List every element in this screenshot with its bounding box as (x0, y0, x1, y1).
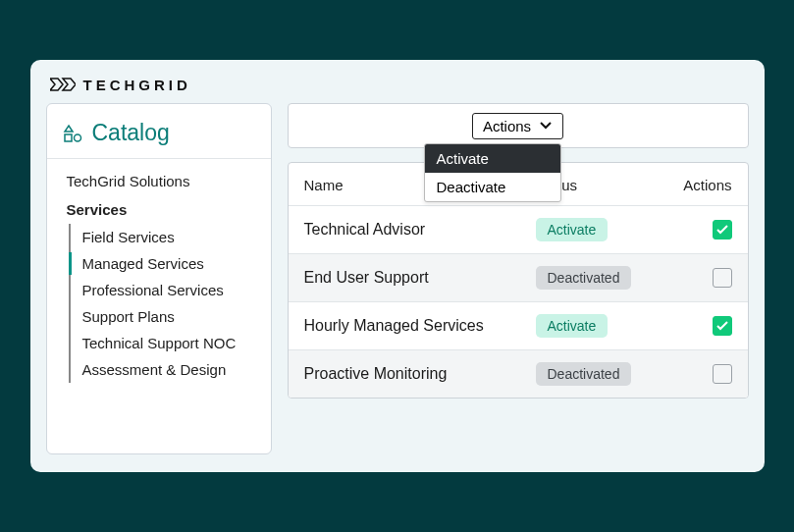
chevron-down-icon (539, 121, 553, 131)
svg-marker-0 (65, 126, 73, 132)
divider (47, 158, 271, 159)
row-status: Activate (536, 218, 663, 241)
dropdown-item-label: Activate (437, 150, 489, 167)
row-name: Hourly Managed Services (304, 317, 536, 335)
sidebar-sub-item[interactable]: Professional Services (71, 277, 271, 303)
sidebar-sub-item[interactable]: Support Plans (71, 303, 271, 330)
status-badge: Activate (536, 314, 609, 338)
row-name: Proactive Monitoring (304, 365, 536, 383)
sidebar-item-label: Support Plans (82, 308, 175, 325)
row-name: End User Support (304, 269, 536, 287)
sidebar-item-solutions[interactable]: TechGrid Solutions (47, 167, 271, 195)
brand-text: TECHGRID (83, 77, 191, 93)
actions-dropdown-menu: Activate Deactivate (424, 143, 561, 202)
status-badge: Deactivated (536, 266, 632, 290)
svg-rect-1 (65, 134, 72, 141)
status-badge: Deactivated (536, 362, 632, 386)
row-actions (663, 316, 732, 336)
sidebar-sub-item[interactable]: Technical Support NOC (71, 330, 271, 356)
sidebar-item-label: Field Services (82, 229, 175, 245)
sidebar-item-label: TechGrid Solutions (67, 173, 190, 189)
row-checkbox[interactable] (713, 268, 732, 288)
row-status: Deactivated (536, 266, 663, 290)
table-header-actions: Actions (663, 177, 732, 193)
sidebar-sub-item[interactable]: Assessment & Design (71, 356, 271, 383)
dropdown-item-deactivate[interactable]: Deactivate (425, 173, 560, 201)
row-name: Technical Advisor (304, 221, 536, 239)
shapes-icon (63, 124, 82, 143)
row-actions (663, 268, 732, 288)
sidebar-item-label: Managed Services (82, 255, 204, 272)
sidebar-item-label: Services (67, 201, 128, 218)
brand-logo: TECHGRID (46, 72, 749, 103)
row-actions (663, 364, 732, 384)
actions-dropdown-button[interactable]: Actions (472, 113, 563, 139)
sidebar-item-services[interactable]: Services (47, 195, 271, 224)
row-checkbox[interactable] (713, 316, 732, 336)
row-checkbox[interactable] (713, 220, 732, 239)
table-row: Hourly Managed Services Activate (289, 301, 748, 349)
sidebar-item-label: Professional Services (82, 282, 224, 298)
dropdown-item-activate[interactable]: Activate (425, 144, 560, 173)
row-status: Activate (536, 314, 663, 338)
sidebar: Catalog TechGrid Solutions Services Fiel… (46, 103, 272, 454)
sidebar-sub-item[interactable]: Field Services (71, 224, 271, 250)
catalog-title: Catalog (92, 120, 170, 146)
sidebar-item-label: Technical Support NOC (82, 335, 237, 351)
status-badge: Activate (536, 218, 609, 241)
row-status: Deactivated (536, 362, 663, 386)
actions-button-label: Actions (483, 118, 531, 134)
brand-icon (50, 76, 76, 93)
sidebar-header: Catalog (47, 114, 271, 158)
table-row: Technical Advisor Activate (289, 205, 748, 253)
actions-bar: Actions Activate Deactivate (288, 103, 749, 148)
main-area: Actions Activate Deactivate Name (288, 103, 749, 454)
sidebar-sub-item[interactable]: Managed Services (71, 250, 271, 277)
sidebar-sub-items: Field Services Managed Services Professi… (69, 224, 271, 383)
table-row: Proactive Monitoring Deactivated (289, 349, 748, 398)
sidebar-item-label: Assessment & Design (82, 361, 227, 378)
table-row: End User Support Deactivated (289, 253, 748, 301)
svg-point-2 (74, 134, 80, 141)
dropdown-item-label: Deactivate (437, 179, 506, 195)
row-checkbox[interactable] (713, 364, 732, 384)
content-row: Catalog TechGrid Solutions Services Fiel… (46, 103, 749, 454)
row-actions (663, 220, 732, 239)
app-window: TECHGRID Catalog TechGrid Solutions Serv… (30, 60, 765, 472)
